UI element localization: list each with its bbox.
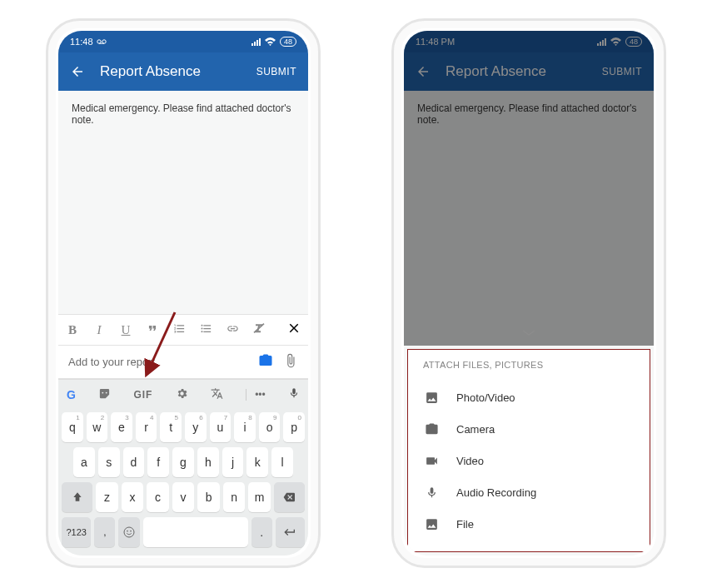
backspace-key[interactable] bbox=[274, 482, 305, 512]
key-j[interactable]: j bbox=[222, 447, 244, 477]
close-toolbar-button[interactable] bbox=[286, 321, 301, 340]
attach-item-label: Photo/Video bbox=[456, 391, 515, 404]
svg-point-4 bbox=[124, 527, 134, 537]
svg-point-0 bbox=[97, 40, 100, 43]
comma-key[interactable]: , bbox=[94, 517, 115, 547]
gif-button[interactable]: GIF bbox=[133, 389, 152, 401]
video-icon bbox=[423, 454, 440, 468]
link-button[interactable] bbox=[225, 322, 240, 338]
svg-point-5 bbox=[127, 531, 128, 532]
kb-row-3: z x c v b n m bbox=[62, 482, 305, 512]
key-r[interactable]: r4 bbox=[136, 412, 157, 442]
kb-row-2: a s d f g h j k l bbox=[62, 447, 305, 477]
symbols-key[interactable]: ?123 bbox=[62, 517, 91, 547]
page-title: Report Absence bbox=[100, 63, 256, 80]
key-t[interactable]: t5 bbox=[160, 412, 182, 442]
keyboard-suggest-bar: G GIF ••• bbox=[58, 379, 308, 409]
mic-icon bbox=[423, 486, 440, 500]
key-k[interactable]: k bbox=[246, 447, 268, 477]
camera-icon bbox=[423, 422, 440, 436]
back-button[interactable] bbox=[70, 64, 88, 79]
key-c[interactable]: c bbox=[147, 482, 169, 512]
screen-right: 11:48 PM 48 Report Absence SUBMIT Medica… bbox=[404, 31, 654, 556]
attach-photo-video[interactable]: Photo/Video bbox=[423, 381, 635, 413]
key-o[interactable]: o9 bbox=[259, 412, 281, 442]
attach-video[interactable]: Video bbox=[423, 445, 635, 476]
note-text-area[interactable]: Medical emergency. Please find attached … bbox=[58, 91, 308, 314]
wifi-icon bbox=[265, 37, 276, 46]
kb-row-1: q1 w2 e3 r4 t5 y6 u7 i8 o9 p0 bbox=[62, 412, 305, 442]
attach-audio[interactable]: Audio Recording bbox=[423, 476, 635, 508]
mic-icon[interactable] bbox=[288, 387, 300, 401]
keyboard: q1 w2 e3 r4 t5 y6 u7 i8 o9 p0 a s d f g bbox=[58, 409, 308, 556]
key-d[interactable]: d bbox=[123, 447, 145, 477]
status-time: 11:48 bbox=[70, 37, 93, 47]
phone-right: 11:48 PM 48 Report Absence SUBMIT Medica… bbox=[391, 18, 666, 568]
attach-button[interactable] bbox=[283, 353, 298, 371]
battery-icon: 48 bbox=[280, 37, 296, 47]
status-bar: 11:48 48 bbox=[58, 31, 308, 52]
camera-button[interactable] bbox=[258, 353, 273, 371]
attach-header: ATTACH FILES, PICTURES bbox=[423, 360, 635, 370]
attach-file[interactable]: File bbox=[423, 508, 635, 540]
bold-button[interactable]: B bbox=[65, 323, 80, 337]
attach-item-label: Audio Recording bbox=[456, 486, 536, 499]
screen-left: 11:48 48 Report Absence SUBMIT Medical e… bbox=[58, 31, 308, 556]
more-button[interactable]: ••• bbox=[246, 389, 266, 401]
attach-camera[interactable]: Camera bbox=[423, 413, 635, 445]
file-icon bbox=[423, 517, 440, 531]
key-x[interactable]: x bbox=[122, 482, 144, 512]
svg-point-1 bbox=[102, 40, 105, 43]
translate-icon[interactable] bbox=[211, 387, 223, 402]
app-bar: Report Absence SUBMIT bbox=[58, 52, 308, 91]
add-input[interactable]: Add to your report bbox=[68, 356, 258, 368]
modal-scrim[interactable] bbox=[404, 31, 654, 346]
key-w[interactable]: w2 bbox=[87, 412, 108, 442]
underline-button[interactable]: U bbox=[118, 323, 133, 337]
svg-point-6 bbox=[130, 531, 132, 532]
format-toolbar: B I U bbox=[58, 314, 308, 346]
submit-button[interactable]: SUBMIT bbox=[256, 66, 296, 77]
key-i[interactable]: i8 bbox=[234, 412, 256, 442]
key-b[interactable]: b bbox=[197, 482, 220, 512]
enter-key[interactable] bbox=[276, 517, 305, 547]
key-n[interactable]: n bbox=[223, 482, 246, 512]
key-u[interactable]: u7 bbox=[210, 412, 232, 442]
attach-item-label: Video bbox=[456, 455, 484, 467]
key-h[interactable]: h bbox=[197, 447, 219, 477]
key-f[interactable]: f bbox=[147, 447, 169, 477]
phone-left: 11:48 48 Report Absence SUBMIT Medical e… bbox=[46, 18, 321, 568]
key-s[interactable]: s bbox=[98, 447, 120, 477]
ordered-list-button[interactable] bbox=[172, 322, 187, 338]
key-g[interactable]: g bbox=[172, 447, 194, 477]
key-v[interactable]: v bbox=[172, 482, 195, 512]
attach-item-label: Camera bbox=[456, 423, 495, 436]
key-z[interactable]: z bbox=[96, 482, 118, 512]
kb-row-4: ?123 , . bbox=[62, 517, 305, 547]
key-p[interactable]: p0 bbox=[283, 412, 305, 442]
key-l[interactable]: l bbox=[271, 447, 293, 477]
key-m[interactable]: m bbox=[248, 482, 271, 512]
space-key[interactable] bbox=[143, 517, 248, 547]
add-to-report-row: Add to your report bbox=[58, 346, 308, 379]
period-key[interactable]: . bbox=[251, 517, 272, 547]
shift-key[interactable] bbox=[62, 482, 92, 512]
attach-sheet: ATTACH FILES, PICTURES Photo/Video Camer… bbox=[407, 349, 650, 552]
content-area: Medical emergency. Please find attached … bbox=[58, 91, 308, 556]
key-e[interactable]: e3 bbox=[111, 412, 132, 442]
quote-button[interactable] bbox=[145, 322, 160, 337]
signal-icon bbox=[251, 38, 261, 46]
key-q[interactable]: q1 bbox=[62, 412, 83, 442]
google-icon[interactable]: G bbox=[67, 388, 76, 401]
settings-icon[interactable] bbox=[176, 387, 188, 402]
voicemail-icon bbox=[97, 38, 107, 45]
attach-item-label: File bbox=[456, 518, 474, 531]
unordered-list-button[interactable] bbox=[198, 322, 213, 338]
key-y[interactable]: y6 bbox=[185, 412, 207, 442]
image-icon bbox=[423, 391, 440, 405]
italic-button[interactable]: I bbox=[92, 323, 107, 337]
key-a[interactable]: a bbox=[73, 447, 95, 477]
clear-format-button[interactable] bbox=[251, 321, 266, 338]
sticker-icon[interactable] bbox=[98, 387, 111, 402]
emoji-key[interactable] bbox=[118, 517, 139, 547]
